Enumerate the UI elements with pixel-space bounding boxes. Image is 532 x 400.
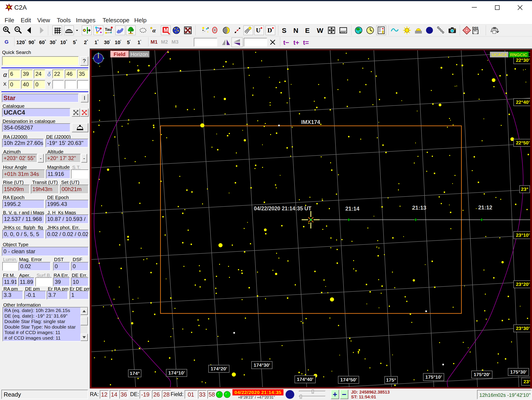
svg-text:175°10': 175°10': [425, 374, 442, 380]
svg-text:22°40': 22°40': [516, 99, 530, 105]
svg-text:D: D: [267, 27, 272, 34]
svg-text:22°50': 22°50': [516, 140, 530, 145]
svg-text:21:13: 21:13: [412, 205, 426, 211]
svg-text:175°20': 175°20': [474, 372, 490, 377]
svg-text:23°20': 23°20': [516, 282, 530, 287]
svg-text:α: α: [152, 27, 156, 34]
svg-text:04/22/2020 21:14:35 UT: 04/22/2020 21:14:35 UT: [254, 205, 311, 211]
svg-text:174°40': 174°40': [297, 377, 313, 382]
svg-text:174°50': 174°50': [340, 377, 357, 382]
svg-text:21:12: 21:12: [478, 204, 492, 210]
svg-text:IMX174: IMX174: [301, 119, 320, 125]
svg-text:23°: 23°: [521, 186, 528, 192]
svg-text:RNGCIC: RNGCIC: [510, 52, 527, 57]
svg-text:DSS: DSS: [472, 26, 478, 30]
svg-text:Tau: Tau: [105, 27, 112, 32]
svg-text:174°20': 174°20': [211, 366, 227, 371]
svg-text:UCAC4: UCAC4: [492, 52, 507, 57]
svg-text:175°: 175°: [386, 377, 396, 382]
svg-text:22°30': 22°30': [516, 57, 530, 63]
svg-text:23°10': 23°10': [516, 232, 530, 238]
svg-text:M: M: [164, 27, 168, 33]
svg-text:174°10': 174°10': [168, 370, 185, 375]
svg-text:175°30': 175°30': [510, 369, 527, 375]
svg-text:U: U: [256, 27, 260, 34]
svg-text:174°30': 174°30': [253, 362, 270, 368]
svg-text:Field: Field: [114, 51, 125, 57]
svg-text:Horizon: Horizon: [131, 51, 148, 57]
svg-text:21:14: 21:14: [345, 205, 360, 212]
svg-text:174°: 174°: [130, 371, 139, 376]
svg-text:23°30': 23°30': [516, 326, 530, 331]
